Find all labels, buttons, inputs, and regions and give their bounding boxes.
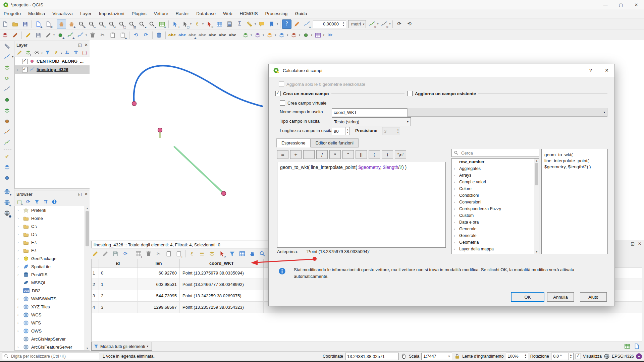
- highlight-labels-icon[interactable]: abc: [198, 31, 207, 40]
- browser-item-postgis[interactable]: ›PostGIS: [15, 270, 90, 279]
- output-name-input[interactable]: coord_WKT: [332, 108, 411, 116]
- layer-diagram-icon[interactable]: abc: [177, 31, 187, 40]
- virtual-field-checkbox[interactable]: [280, 100, 285, 106]
- enable-tracing-icon[interactable]: ✕▾: [367, 19, 377, 29]
- function-group-layer-della-mappa[interactable]: ›Layer della mappa: [452, 246, 539, 252]
- operator-button-'\n'[interactable]: '\n': [395, 150, 406, 159]
- add-point-feature-icon[interactable]: +: [56, 31, 65, 40]
- browser-item-preferiti[interactable]: ›Preferiti: [15, 206, 90, 214]
- reshape-features-icon[interactable]: [2, 138, 12, 147]
- add-line-feature-icon[interactable]: +: [66, 31, 75, 40]
- vertex-tool-current-layer-icon[interactable]: ▾: [2, 52, 12, 62]
- log-messages-icon[interactable]: ●: [636, 353, 642, 359]
- processing-intersection-icon[interactable]: ▾: [265, 31, 274, 40]
- zoom-to-layer-icon[interactable]: ▤: [127, 19, 137, 29]
- new-bookmark-icon[interactable]: ▾: [267, 19, 276, 29]
- attr-copy-icon[interactable]: [164, 249, 173, 258]
- new-print-layout-icon[interactable]: +: [34, 19, 43, 29]
- map-tips-icon[interactable]: [257, 19, 266, 29]
- select-by-expression-icon[interactable]: ε▾: [193, 19, 202, 29]
- menu-raster[interactable]: Raster: [172, 9, 193, 18]
- cancel-button[interactable]: Annulla: [547, 292, 574, 302]
- close-panel-icon[interactable]: ✕: [85, 192, 88, 196]
- mouse-position-icon[interactable]: [401, 353, 407, 359]
- open-attribute-table-icon[interactable]: [215, 19, 224, 29]
- render-checkbox[interactable]: [576, 354, 581, 359]
- pan-to-selection-icon[interactable]: +: [67, 19, 76, 29]
- function-list[interactable]: row_number›Aggregates›Arrays›Campi e val…: [451, 158, 539, 254]
- processing-difference-icon[interactable]: ▾: [289, 31, 299, 40]
- zoom-out-icon[interactable]: −: [87, 19, 96, 29]
- menu-visualizza[interactable]: Visualizza: [49, 9, 76, 18]
- function-group-corrispondenza-fuzzy[interactable]: ›Corrispondenza Fuzzy: [452, 205, 539, 212]
- attr-pan-to-selection-icon[interactable]: [248, 249, 257, 258]
- layer-visibility-checkbox[interactable]: [22, 59, 28, 64]
- attr-select-expression-icon[interactable]: ε: [187, 249, 197, 258]
- db-manager-icon[interactable]: [154, 31, 164, 40]
- add-group-icon[interactable]: +: [24, 49, 32, 57]
- operator-button-*[interactable]: *: [329, 150, 341, 159]
- select-features-icon[interactable]: ▢▾: [180, 19, 190, 29]
- browser-item-f-[interactable]: ›F:\: [15, 246, 90, 254]
- float-panel-icon[interactable]: ◱: [78, 192, 82, 196]
- metasearch-icon[interactable]: ●: [2, 208, 12, 218]
- attr-delete-features-icon[interactable]: [144, 249, 153, 258]
- deselect-features-icon[interactable]: ✕: [205, 19, 214, 29]
- add-ring-icon[interactable]: [2, 95, 12, 105]
- rotate-label-icon[interactable]: abc: [218, 31, 227, 40]
- column-header-len[interactable]: len: [138, 259, 180, 267]
- quickmap-services-icon[interactable]: ▾: [2, 187, 12, 196]
- pin-labels-icon[interactable]: abc+: [187, 31, 197, 40]
- attr-move-selection-top-icon[interactable]: [237, 249, 247, 258]
- python-console-icon[interactable]: ≫: [325, 31, 335, 40]
- output-type-select[interactable]: Testo (string)▾: [332, 117, 411, 126]
- tab-espressione[interactable]: Espressione: [276, 138, 311, 147]
- ok-button[interactable]: OK: [511, 292, 544, 302]
- zoom-full-icon[interactable]: ⌂: [107, 19, 116, 29]
- show-all-features-button[interactable]: Mostra tutti gli elementi ▾: [91, 342, 152, 351]
- scale-select[interactable]: 1:7447∨: [421, 353, 452, 360]
- browser-item-geopackage[interactable]: ›GeoPackage: [15, 254, 90, 262]
- browser-item-wms-wmts[interactable]: ›WMS/WMTS: [15, 295, 90, 303]
- check-geometries-icon[interactable]: ✔: [2, 152, 12, 161]
- menu-progetto[interactable]: Progetto: [0, 9, 24, 18]
- browser-item-ows[interactable]: ›OWS: [15, 327, 90, 335]
- identify-features-icon[interactable]: i: [170, 19, 180, 29]
- attr-reload-icon[interactable]: ⟳: [121, 249, 130, 258]
- new-map-view-icon[interactable]: +: [157, 19, 167, 29]
- function-group-conversioni[interactable]: ›Conversioni: [452, 199, 539, 205]
- browser-item-spatialite[interactable]: ›SpatiaLite: [15, 262, 90, 270]
- browser-item-xyz-tiles[interactable]: ›XYZ Tiles: [15, 303, 90, 311]
- attr-select-all-icon[interactable]: ☰: [197, 249, 207, 258]
- rotation-spinner[interactable]: 0,0 ° ▲▼: [551, 353, 574, 360]
- manage-map-themes-icon[interactable]: ▾: [33, 49, 41, 57]
- open-layer-styling-icon[interactable]: [15, 49, 23, 57]
- float-panel-icon[interactable]: ◱: [78, 43, 82, 47]
- function-group-generale[interactable]: ›Generale: [452, 232, 539, 239]
- operator-button-||[interactable]: ||: [356, 150, 367, 159]
- function-group-aggregates[interactable]: ›Aggregates: [452, 165, 539, 172]
- browser-item-d-[interactable]: ›D:\: [15, 230, 90, 238]
- update-existing-checkbox[interactable]: [407, 91, 413, 96]
- attr-toggle-editing-icon[interactable]: [91, 249, 100, 258]
- browser-item-home[interactable]: ›Home: [15, 214, 90, 222]
- add-part-icon[interactable]: [2, 106, 12, 115]
- dialog-close-icon[interactable]: ✕: [602, 66, 612, 74]
- geometry-snapper-icon[interactable]: [2, 173, 12, 183]
- close-dock-icon[interactable]: ✕: [638, 241, 641, 246]
- browser-scrollbar[interactable]: ▴ ▾: [85, 206, 90, 350]
- field-calculator-icon[interactable]: [225, 19, 234, 29]
- fill-ring-icon[interactable]: [2, 117, 12, 126]
- menu-guida[interactable]: Guida: [291, 9, 311, 18]
- layer-visibility-checkbox[interactable]: [22, 67, 28, 72]
- menu-hcmgis[interactable]: HCMGIS: [236, 9, 262, 18]
- offset-curve-icon[interactable]: [2, 127, 12, 137]
- measure-icon[interactable]: ▾: [245, 19, 254, 29]
- attr-invert-selection-icon[interactable]: [207, 249, 217, 258]
- zoom-native-icon[interactable]: 1: [97, 19, 106, 29]
- function-group-condizioni[interactable]: ›Condizioni: [452, 192, 539, 199]
- attr-deselect-all-icon[interactable]: ✕: [217, 249, 227, 258]
- menu-plugins[interactable]: Plugins: [128, 9, 150, 18]
- vertex-marker-icon[interactable]: +: [302, 19, 312, 29]
- expand-all-icon[interactable]: ⇊: [63, 49, 71, 57]
